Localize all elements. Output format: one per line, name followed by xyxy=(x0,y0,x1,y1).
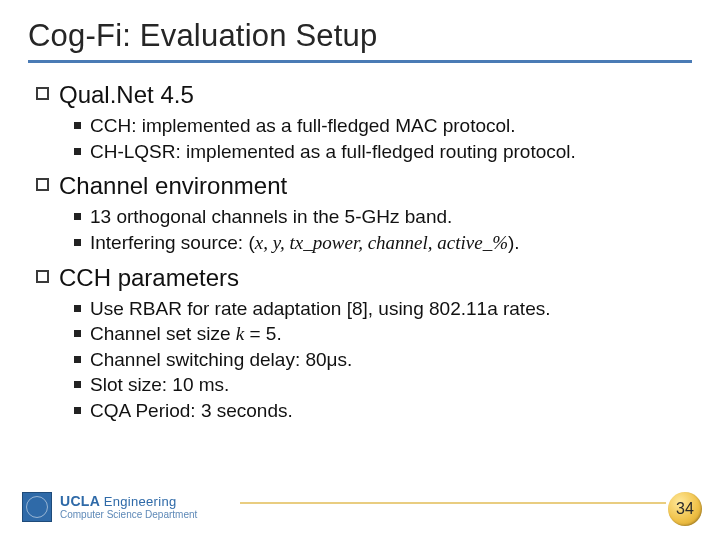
item-prefix: Interfering source: ( xyxy=(90,232,255,253)
square-bullet-icon xyxy=(74,239,81,246)
list-item-text: 13 orthogonal channels in the 5-GHz band… xyxy=(90,204,452,230)
footer-org-suffix: Engineering xyxy=(104,494,177,509)
section-channel-env: Channel environment 13 orthogonal channe… xyxy=(28,172,692,255)
footer-org-bottom: Computer Science Department xyxy=(60,510,197,520)
footer-dept: UCLA Engineering Computer Science Depart… xyxy=(60,494,197,520)
list-item: Slot size: 10 ms. xyxy=(74,372,692,398)
list-item-text: CCH: implemented as a full-fledged MAC p… xyxy=(90,113,516,139)
list-item-text: Channel set size k = 5. xyxy=(90,321,282,347)
subitem-list: 13 orthogonal channels in the 5-GHz band… xyxy=(74,204,692,255)
list-item-text: Use RBAR for rate adaptation [8], using … xyxy=(90,296,551,322)
hollow-square-icon xyxy=(36,178,49,191)
list-item: Use RBAR for rate adaptation [8], using … xyxy=(74,296,692,322)
square-bullet-icon xyxy=(74,407,81,414)
list-item: 13 orthogonal channels in the 5-GHz band… xyxy=(74,204,692,230)
section-qualnet: Qual.Net 4.5 CCH: implemented as a full-… xyxy=(28,81,692,164)
square-bullet-icon xyxy=(74,330,81,337)
footer-logo-block: UCLA Engineering Computer Science Depart… xyxy=(22,492,197,522)
slide-title: Cog-Fi: Evaluation Setup xyxy=(28,18,692,63)
item-suffix: ). xyxy=(508,232,520,253)
slide: Cog-Fi: Evaluation Setup Qual.Net 4.5 CC… xyxy=(0,0,720,540)
hollow-square-icon xyxy=(36,87,49,100)
section-title: Qual.Net 4.5 xyxy=(59,81,194,109)
item-prefix: Channel set size xyxy=(90,323,236,344)
list-item: CCH: implemented as a full-fledged MAC p… xyxy=(74,113,692,139)
item-italic: x, y, tx_power, channel, active_% xyxy=(255,232,508,253)
list-item: Channel switching delay: 80μs. xyxy=(74,347,692,373)
section-title: Channel environment xyxy=(59,172,287,200)
square-bullet-icon xyxy=(74,381,81,388)
square-bullet-icon xyxy=(74,305,81,312)
section-header: Qual.Net 4.5 xyxy=(36,81,692,109)
square-bullet-icon xyxy=(74,122,81,129)
list-item-text: Slot size: 10 ms. xyxy=(90,372,229,398)
subitem-list: CCH: implemented as a full-fledged MAC p… xyxy=(74,113,692,164)
hollow-square-icon xyxy=(36,270,49,283)
item-suffix: = 5. xyxy=(244,323,282,344)
square-bullet-icon xyxy=(74,213,81,220)
subitem-list: Use RBAR for rate adaptation [8], using … xyxy=(74,296,692,424)
section-header: Channel environment xyxy=(36,172,692,200)
page-number-badge: 34 xyxy=(668,492,702,526)
list-item-text: CQA Period: 3 seconds. xyxy=(90,398,293,424)
section-cch-params: CCH parameters Use RBAR for rate adaptat… xyxy=(28,264,692,424)
footer-org-top: UCLA xyxy=(60,493,100,509)
footer-divider xyxy=(240,502,666,504)
seal-icon xyxy=(22,492,52,522)
list-item: Interfering source: (x, y, tx_power, cha… xyxy=(74,230,692,256)
list-item: Channel set size k = 5. xyxy=(74,321,692,347)
list-item: CH-LQSR: implemented as a full-fledged r… xyxy=(74,139,692,165)
page-number: 34 xyxy=(676,500,694,518)
section-title: CCH parameters xyxy=(59,264,239,292)
list-item-text: CH-LQSR: implemented as a full-fledged r… xyxy=(90,139,576,165)
item-prefix: Channel switching delay: 80 xyxy=(90,349,327,370)
list-item-text: Interfering source: (x, y, tx_power, cha… xyxy=(90,230,520,256)
list-item-text: Channel switching delay: 80μs. xyxy=(90,347,352,373)
section-header: CCH parameters xyxy=(36,264,692,292)
list-item: CQA Period: 3 seconds. xyxy=(74,398,692,424)
footer-org-line1: UCLA Engineering xyxy=(60,494,197,508)
square-bullet-icon xyxy=(74,148,81,155)
item-italic: k xyxy=(236,323,244,344)
square-bullet-icon xyxy=(74,356,81,363)
item-suffix: μs. xyxy=(327,349,353,370)
footer: UCLA Engineering Computer Science Depart… xyxy=(0,484,720,530)
